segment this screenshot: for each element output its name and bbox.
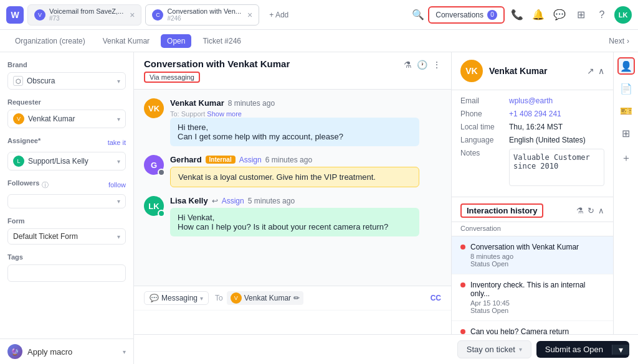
gerhard-avatar: G bbox=[144, 155, 164, 175]
customer-avatar: VK bbox=[144, 98, 164, 118]
tab-voicemail-close[interactable]: × bbox=[130, 10, 135, 20]
user-avatar[interactable]: LK bbox=[614, 6, 632, 24]
compose-to-user[interactable]: V Venkat Kumar ✏ bbox=[227, 291, 303, 305]
assign-link[interactable]: Assign bbox=[222, 197, 244, 205]
collapse-icon[interactable]: ∧ bbox=[598, 206, 604, 215]
right-panel: VK Venkat Kumar ↗ ∧ Email wplus@earth Ph… bbox=[451, 52, 613, 364]
help-icon[interactable]: ? bbox=[593, 6, 611, 24]
ticket-icon[interactable]: 🎫 bbox=[617, 102, 635, 119]
document-icon[interactable]: 📄 bbox=[617, 80, 635, 97]
take-it-link[interactable]: take it bbox=[108, 139, 126, 146]
cc-button[interactable]: CC bbox=[431, 294, 441, 302]
phone-icon[interactable]: 📞 bbox=[508, 6, 526, 24]
agent-avatar: LK bbox=[144, 196, 164, 216]
conversation-header-actions: ⚗ 🕐 ⋮ bbox=[404, 60, 441, 70]
middle-content: Conversation with Venkat Kumar Via messa… bbox=[134, 52, 451, 364]
messaging-icon: 💬 bbox=[150, 294, 159, 302]
message-time: 8 minutes ago bbox=[228, 99, 275, 108]
interaction-dot bbox=[460, 329, 465, 334]
followers-select[interactable]: ▾ bbox=[7, 194, 126, 208]
tab-conversation-close[interactable]: × bbox=[247, 10, 252, 20]
form-section: Form Default Ticket Form ▾ bbox=[7, 217, 126, 245]
edit-icon[interactable]: ✏ bbox=[293, 294, 300, 302]
subtab-open[interactable]: Open bbox=[161, 34, 191, 48]
conversations-button[interactable]: Conversations 0 bbox=[428, 6, 505, 24]
conversation-header: Conversation with Venkat Kumar Via messa… bbox=[134, 52, 451, 90]
follow-link[interactable]: follow bbox=[108, 181, 126, 189]
form-select[interactable]: Default Ticket Form ▾ bbox=[7, 228, 126, 245]
message-row: G Gerhard Internal Assign 6 minutes ago … bbox=[144, 155, 441, 187]
top-nav: W V Voicemail from SaveZ,... #73 × C Con… bbox=[0, 0, 638, 30]
localtime-value: Thu, 16:24 MST bbox=[509, 123, 563, 131]
submit-label: Submit as Open bbox=[536, 341, 612, 358]
tab-conversation[interactable]: C Conversation with Ven... #246 × bbox=[145, 4, 259, 26]
grid-icon[interactable]: ⊞ bbox=[572, 6, 589, 24]
assignee-avatar: L bbox=[13, 156, 24, 167]
interaction-history-header: Interaction history ⚗ ↻ ∧ bbox=[452, 197, 613, 222]
message-time: 6 minutes ago bbox=[265, 156, 312, 164]
channel-chevron-icon: ▾ bbox=[200, 295, 203, 302]
notes-input[interactable]: Valuable Customer since 2010 bbox=[509, 149, 604, 186]
form-chevron-icon: ▾ bbox=[117, 233, 120, 240]
interaction-actions: ⚗ ↻ ∧ bbox=[576, 206, 604, 215]
tab-voicemail-title: Voicemail from SaveZ,... #73 bbox=[49, 7, 123, 22]
tags-input[interactable] bbox=[7, 264, 126, 282]
interaction-item[interactable]: Conversation with Venkat Kumar 8 minutes… bbox=[452, 236, 613, 274]
external-link-icon[interactable]: ↗ bbox=[587, 66, 594, 76]
brand-section: Brand ⬡ Obscura ▾ bbox=[7, 61, 126, 90]
brand-icon: ⬡ bbox=[13, 76, 23, 86]
grid-icon[interactable]: ⊞ bbox=[617, 124, 635, 142]
main-layout: Brand ⬡ Obscura ▾ Requester V Venkat Kum… bbox=[0, 52, 638, 364]
more-icon[interactable]: ⋮ bbox=[432, 60, 441, 70]
messages-area: VK Venkat Kumar 8 minutes ago To: Suppor… bbox=[134, 90, 451, 286]
tags-section: Tags bbox=[7, 253, 126, 282]
refresh-icon[interactable]: ↻ bbox=[588, 206, 594, 215]
via-messaging-badge[interactable]: Via messaging bbox=[144, 72, 200, 83]
submit-arrow-icon[interactable]: ▾ bbox=[612, 345, 629, 355]
email-value[interactable]: wplus@earth bbox=[509, 96, 553, 105]
channel-select[interactable]: 💬 Messaging ▾ bbox=[144, 291, 209, 305]
search-icon[interactable]: 🔍 bbox=[412, 9, 424, 21]
message-meta: Venkat Kumar 8 minutes ago bbox=[170, 98, 441, 108]
assignee-select[interactable]: L Support/Lisa Kelly ▾ bbox=[7, 152, 126, 170]
next-button[interactable]: Next › bbox=[609, 37, 629, 45]
message-sender: Venkat Kumar bbox=[170, 98, 224, 108]
show-more-link[interactable]: Show more bbox=[207, 110, 242, 118]
apply-macro-bar[interactable]: 🔮 Apply macro ▾ bbox=[0, 338, 134, 364]
interaction-item[interactable]: Inventory check. This is an internal onl… bbox=[452, 274, 613, 321]
message-meta: Gerhard Internal Assign 6 minutes ago bbox=[170, 155, 441, 164]
whatsapp-icon[interactable]: 💬 bbox=[551, 6, 568, 24]
assignee-chevron-icon: ▾ bbox=[117, 158, 120, 165]
stay-on-ticket-button[interactable]: Stay on ticket ▾ bbox=[457, 340, 531, 358]
language-value: English (United States) bbox=[509, 136, 586, 144]
subtab-ticket[interactable]: Ticket #246 bbox=[196, 34, 247, 48]
bell-icon[interactable]: 🔔 bbox=[530, 6, 547, 24]
tab-voicemail[interactable]: V Voicemail from SaveZ,... #73 × bbox=[27, 4, 141, 26]
collapse-icon[interactable]: ∧ bbox=[598, 66, 604, 76]
submit-button[interactable]: Submit as Open ▾ bbox=[536, 341, 629, 358]
tab-voicemail-icon: V bbox=[34, 9, 45, 21]
add-icon[interactable]: ＋ bbox=[617, 149, 635, 167]
subtab-organization[interactable]: Organization (create) bbox=[9, 34, 92, 48]
phone-value[interactable]: +1 408 294 241 bbox=[509, 110, 561, 118]
filter-icon[interactable]: ⚗ bbox=[576, 206, 584, 215]
message-sender: Gerhard bbox=[170, 155, 202, 164]
interaction-body: Conversation with Venkat Kumar 8 minutes… bbox=[470, 243, 604, 268]
email-row: Email wplus@earth bbox=[460, 96, 604, 105]
message-bubble: Hi there,Can I get some help with my acc… bbox=[170, 118, 419, 146]
subtab-venkat[interactable]: Venkat Kumar bbox=[97, 34, 156, 48]
internal-badge: Internal bbox=[206, 156, 236, 164]
history-icon[interactable]: 🕐 bbox=[417, 60, 427, 70]
assign-link[interactable]: Assign bbox=[239, 156, 262, 164]
brand-select[interactable]: ⬡ Obscura ▾ bbox=[7, 72, 126, 90]
contact-header: VK Venkat Kumar ↗ ∧ bbox=[452, 52, 613, 90]
conversation-header-info: Conversation with Venkat Kumar Via messa… bbox=[144, 58, 398, 83]
followers-info-icon[interactable]: ⓘ bbox=[42, 180, 49, 190]
to-user-avatar: V bbox=[231, 292, 242, 304]
contact-icon[interactable]: 👤 bbox=[617, 57, 635, 75]
filter-icon[interactable]: ⚗ bbox=[404, 60, 412, 70]
message-row: VK Venkat Kumar 8 minutes ago To: Suppor… bbox=[144, 98, 441, 146]
tab-add-button[interactable]: + Add bbox=[263, 8, 295, 22]
interaction-dot bbox=[460, 245, 465, 250]
requester-select[interactable]: V Venkat Kumar ▾ bbox=[7, 110, 126, 128]
